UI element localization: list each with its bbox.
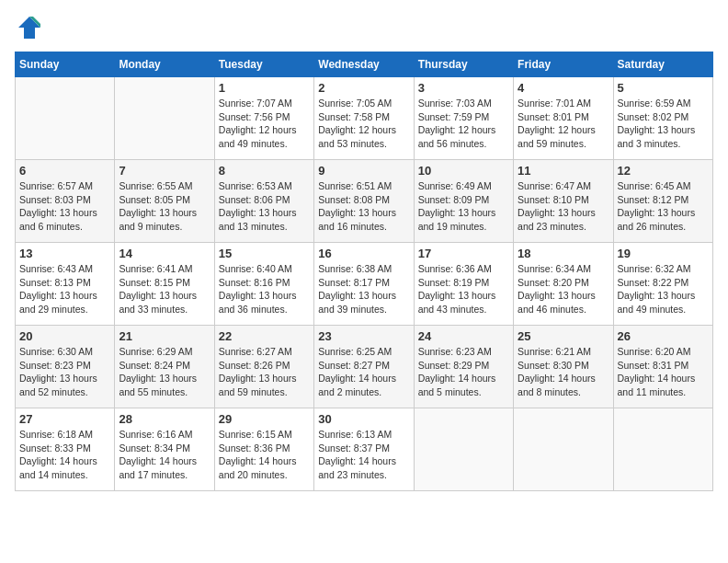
- day-info: Sunrise: 7:05 AM Sunset: 7:58 PM Dayligh…: [318, 97, 409, 151]
- day-number: 29: [219, 412, 310, 426]
- day-number: 18: [518, 247, 609, 260]
- day-info: Sunrise: 6:32 AM Sunset: 8:22 PM Dayligh…: [618, 262, 709, 316]
- calendar-cell: 16Sunrise: 6:38 AM Sunset: 8:17 PM Dayli…: [314, 243, 414, 326]
- calendar-cell: 4Sunrise: 7:01 AM Sunset: 8:01 PM Daylig…: [514, 77, 613, 160]
- day-info: Sunrise: 6:23 AM Sunset: 8:29 PM Dayligh…: [418, 345, 509, 399]
- day-info: Sunrise: 6:15 AM Sunset: 8:36 PM Dayligh…: [219, 428, 310, 482]
- day-info: Sunrise: 6:36 AM Sunset: 8:19 PM Dayligh…: [418, 262, 509, 316]
- calendar-cell: [514, 408, 613, 491]
- calendar-cell: [613, 408, 712, 491]
- calendar-week-row: 13Sunrise: 6:43 AM Sunset: 8:13 PM Dayli…: [16, 243, 713, 326]
- day-info: Sunrise: 7:03 AM Sunset: 7:59 PM Dayligh…: [418, 97, 509, 151]
- day-info: Sunrise: 6:27 AM Sunset: 8:26 PM Dayligh…: [219, 345, 310, 399]
- weekday-header-thursday: Thursday: [414, 52, 513, 77]
- calendar-cell: 3Sunrise: 7:03 AM Sunset: 7:59 PM Daylig…: [414, 77, 513, 160]
- page-header: [15, 15, 713, 40]
- day-number: 13: [19, 247, 110, 260]
- calendar-cell: 1Sunrise: 7:07 AM Sunset: 7:56 PM Daylig…: [214, 77, 313, 160]
- day-info: Sunrise: 7:07 AM Sunset: 7:56 PM Dayligh…: [219, 97, 310, 151]
- logo-icon: [17, 15, 42, 40]
- day-number: 27: [19, 412, 110, 426]
- day-info: Sunrise: 7:01 AM Sunset: 8:01 PM Dayligh…: [518, 97, 609, 151]
- day-info: Sunrise: 6:59 AM Sunset: 8:02 PM Dayligh…: [618, 97, 709, 151]
- day-info: Sunrise: 6:43 AM Sunset: 8:13 PM Dayligh…: [19, 262, 110, 316]
- day-info: Sunrise: 6:29 AM Sunset: 8:24 PM Dayligh…: [119, 345, 210, 399]
- day-number: 30: [318, 412, 409, 426]
- calendar-week-row: 27Sunrise: 6:18 AM Sunset: 8:33 PM Dayli…: [16, 408, 713, 491]
- calendar-cell: 7Sunrise: 6:55 AM Sunset: 8:05 PM Daylig…: [115, 160, 214, 243]
- calendar-cell: 21Sunrise: 6:29 AM Sunset: 8:24 PM Dayli…: [115, 326, 214, 408]
- calendar-cell: [115, 77, 214, 160]
- day-info: Sunrise: 6:25 AM Sunset: 8:27 PM Dayligh…: [318, 345, 409, 399]
- calendar-week-row: 1Sunrise: 7:07 AM Sunset: 7:56 PM Daylig…: [16, 77, 713, 160]
- day-number: 23: [318, 329, 409, 343]
- calendar-cell: 8Sunrise: 6:53 AM Sunset: 8:06 PM Daylig…: [214, 160, 313, 243]
- day-info: Sunrise: 6:21 AM Sunset: 8:30 PM Dayligh…: [518, 345, 609, 399]
- day-number: 11: [518, 164, 609, 178]
- day-number: 6: [19, 164, 110, 178]
- weekday-header-wednesday: Wednesday: [314, 52, 414, 77]
- calendar-cell: 27Sunrise: 6:18 AM Sunset: 8:33 PM Dayli…: [16, 408, 115, 491]
- calendar-cell: 26Sunrise: 6:20 AM Sunset: 8:31 PM Dayli…: [613, 326, 712, 408]
- calendar-cell: 23Sunrise: 6:25 AM Sunset: 8:27 PM Dayli…: [314, 326, 414, 408]
- day-info: Sunrise: 6:47 AM Sunset: 8:10 PM Dayligh…: [518, 179, 609, 234]
- day-number: 24: [418, 329, 509, 343]
- calendar-week-row: 6Sunrise: 6:57 AM Sunset: 8:03 PM Daylig…: [16, 160, 713, 243]
- calendar-cell: 28Sunrise: 6:16 AM Sunset: 8:34 PM Dayli…: [115, 408, 214, 491]
- day-info: Sunrise: 6:49 AM Sunset: 8:09 PM Dayligh…: [418, 179, 509, 234]
- day-number: 9: [318, 164, 409, 178]
- weekday-header-saturday: Saturday: [613, 52, 712, 77]
- day-number: 21: [119, 329, 210, 343]
- day-info: Sunrise: 6:45 AM Sunset: 8:12 PM Dayligh…: [618, 179, 709, 234]
- calendar-cell: 24Sunrise: 6:23 AM Sunset: 8:29 PM Dayli…: [414, 326, 513, 408]
- day-number: 7: [119, 164, 210, 178]
- day-number: 16: [318, 247, 409, 260]
- day-info: Sunrise: 6:53 AM Sunset: 8:06 PM Dayligh…: [219, 179, 310, 234]
- day-info: Sunrise: 6:34 AM Sunset: 8:20 PM Dayligh…: [518, 262, 609, 316]
- weekday-header-monday: Monday: [115, 52, 214, 77]
- weekday-header-friday: Friday: [514, 52, 613, 77]
- calendar-cell: 13Sunrise: 6:43 AM Sunset: 8:13 PM Dayli…: [16, 243, 115, 326]
- calendar-cell: 19Sunrise: 6:32 AM Sunset: 8:22 PM Dayli…: [613, 243, 712, 326]
- calendar-cell: 17Sunrise: 6:36 AM Sunset: 8:19 PM Dayli…: [414, 243, 513, 326]
- day-number: 20: [19, 329, 110, 343]
- day-number: 26: [618, 329, 709, 343]
- day-info: Sunrise: 6:40 AM Sunset: 8:16 PM Dayligh…: [219, 262, 310, 316]
- calendar-cell: 2Sunrise: 7:05 AM Sunset: 7:58 PM Daylig…: [314, 77, 414, 160]
- calendar-cell: 22Sunrise: 6:27 AM Sunset: 8:26 PM Dayli…: [214, 326, 313, 408]
- calendar-cell: 20Sunrise: 6:30 AM Sunset: 8:23 PM Dayli…: [16, 326, 115, 408]
- day-number: 3: [418, 81, 509, 95]
- day-number: 4: [518, 81, 609, 95]
- day-number: 25: [518, 329, 609, 343]
- calendar-cell: 25Sunrise: 6:21 AM Sunset: 8:30 PM Dayli…: [514, 326, 613, 408]
- day-number: 8: [219, 164, 310, 178]
- calendar-week-row: 20Sunrise: 6:30 AM Sunset: 8:23 PM Dayli…: [16, 326, 713, 408]
- day-number: 2: [318, 81, 409, 95]
- calendar-cell: 14Sunrise: 6:41 AM Sunset: 8:15 PM Dayli…: [115, 243, 214, 326]
- calendar-cell: 9Sunrise: 6:51 AM Sunset: 8:08 PM Daylig…: [314, 160, 414, 243]
- calendar-cell: 10Sunrise: 6:49 AM Sunset: 8:09 PM Dayli…: [414, 160, 513, 243]
- day-info: Sunrise: 6:13 AM Sunset: 8:37 PM Dayligh…: [318, 428, 409, 482]
- day-number: 14: [119, 247, 210, 260]
- day-number: 17: [418, 247, 509, 260]
- day-number: 5: [618, 81, 709, 95]
- calendar-cell: 11Sunrise: 6:47 AM Sunset: 8:10 PM Dayli…: [514, 160, 613, 243]
- calendar-cell: 12Sunrise: 6:45 AM Sunset: 8:12 PM Dayli…: [613, 160, 712, 243]
- svg-marker-0: [18, 17, 40, 39]
- calendar-cell: 15Sunrise: 6:40 AM Sunset: 8:16 PM Dayli…: [214, 243, 313, 326]
- day-info: Sunrise: 6:41 AM Sunset: 8:15 PM Dayligh…: [119, 262, 210, 316]
- day-info: Sunrise: 6:18 AM Sunset: 8:33 PM Dayligh…: [19, 428, 110, 482]
- calendar-cell: 6Sunrise: 6:57 AM Sunset: 8:03 PM Daylig…: [16, 160, 115, 243]
- calendar-table: SundayMondayTuesdayWednesdayThursdayFrid…: [15, 52, 713, 491]
- weekday-header-sunday: Sunday: [16, 52, 115, 77]
- day-number: 28: [119, 412, 210, 426]
- day-info: Sunrise: 6:57 AM Sunset: 8:03 PM Dayligh…: [19, 179, 110, 234]
- day-info: Sunrise: 6:55 AM Sunset: 8:05 PM Dayligh…: [119, 179, 210, 234]
- calendar-cell: [414, 408, 513, 491]
- calendar-cell: 30Sunrise: 6:13 AM Sunset: 8:37 PM Dayli…: [314, 408, 414, 491]
- day-number: 22: [219, 329, 310, 343]
- day-number: 1: [219, 81, 310, 95]
- calendar-cell: [16, 77, 115, 160]
- calendar-cell: 29Sunrise: 6:15 AM Sunset: 8:36 PM Dayli…: [214, 408, 313, 491]
- calendar-cell: 5Sunrise: 6:59 AM Sunset: 8:02 PM Daylig…: [613, 77, 712, 160]
